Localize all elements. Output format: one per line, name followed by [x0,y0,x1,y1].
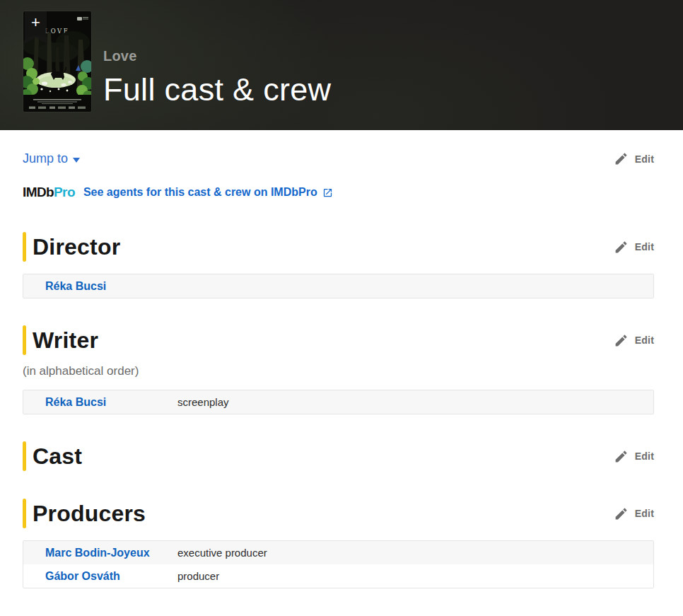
table-row: Réka Bucsiscreenplay [23,390,653,414]
accent-bar [23,232,26,262]
edit-label: Edit [635,335,654,346]
crew-section-director: Director Edit Réka Bucsi [23,231,654,298]
person-link[interactable]: Gábor Osváth [45,570,120,582]
toolbar: Jump to Edit [23,151,654,166]
imdbpro-link-label: See agents for this cast & crew on IMDbP… [83,186,317,199]
plus-icon: + [25,14,47,31]
section-edit-button[interactable]: Edit [614,506,654,521]
table-row: Marc Bodin-Joyeuxexecutive producer [23,541,653,564]
pencil-icon [614,151,629,166]
crew-section-writer: Writer Edit (in alphabetical order) Réka… [23,325,654,414]
crew-table: Marc Bodin-Joyeuxexecutive producerGábor… [23,540,654,588]
role-cell: producer [177,564,653,588]
main-content: Jump to Edit IMDbPro See agents for this… [0,151,683,616]
edit-label: Edit [635,451,654,462]
pencil-icon [614,506,629,521]
accent-bar [23,499,26,528]
crew-section-producers: Producers Edit Marc Bodin-Joyeuxexecutiv… [23,498,654,588]
table-row: Gábor Osváthproducer [23,564,653,588]
section-edit-button[interactable]: Edit [614,449,654,464]
name-cell: Marc Bodin-Joyeux [23,541,177,564]
name-cell: Réka Bucsi [23,390,177,414]
jump-to-label: Jump to [23,151,68,166]
section-title: Writer [33,327,98,354]
pencil-icon [614,449,629,464]
accent-bar [23,325,26,355]
jump-to-dropdown[interactable]: Jump to [23,151,80,166]
imdbpro-agents-link[interactable]: See agents for this cast & crew on IMDbP… [83,186,333,199]
hero-header: LOVE [0,0,683,130]
crew-section-cast: Cast Edit [23,441,654,472]
pencil-icon [614,240,629,255]
page-title: Full cast & crew [103,71,331,108]
crew-table: Réka Bucsiscreenplay [23,390,654,414]
movie-title-link[interactable]: Love [103,48,331,64]
external-link-icon [322,187,333,198]
movie-poster[interactable]: LOVE [23,11,91,112]
role-cell [177,274,653,298]
chevron-down-icon [73,158,80,163]
name-cell: Gábor Osváth [23,564,177,588]
role-cell: executive producer [177,541,653,564]
section-note: (in alphabetical order) [23,364,654,378]
role-cell: screenplay [177,390,653,414]
person-link[interactable]: Réka Bucsi [45,280,106,292]
edit-label: Edit [635,241,654,252]
pencil-icon [614,333,629,348]
section-edit-button[interactable]: Edit [614,240,654,255]
edit-label: Edit [635,153,654,165]
person-link[interactable]: Réka Bucsi [45,396,106,408]
section-title: Director [33,234,120,260]
accent-bar [23,441,26,471]
page-edit-button[interactable]: Edit [614,151,654,166]
edit-label: Edit [635,508,654,519]
table-row: Réka Bucsi [23,274,653,298]
crew-sections: Director Edit Réka Bucsi Writer Edit [23,231,654,588]
imdbpro-logo: IMDbPro [23,185,75,200]
name-cell: Réka Bucsi [23,274,177,298]
person-link[interactable]: Marc Bodin-Joyeux [45,547,150,559]
section-title: Cast [33,443,82,470]
imdbpro-row: IMDbPro See agents for this cast & crew … [23,185,654,200]
section-edit-button[interactable]: Edit [614,333,654,348]
crew-table: Réka Bucsi [23,274,654,298]
section-title: Producers [33,501,146,527]
